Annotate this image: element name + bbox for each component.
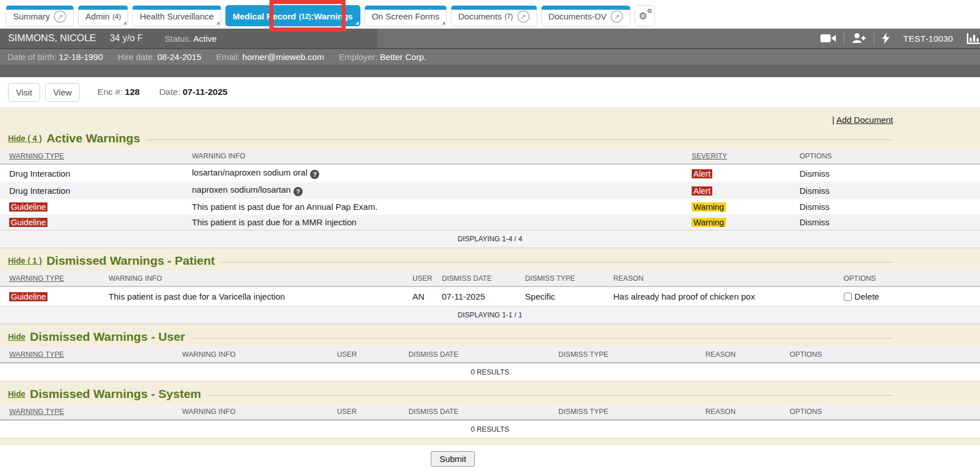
tab-suffix: :Warnings	[311, 11, 353, 21]
employer-field: Employer: Better Corp.	[339, 52, 426, 62]
table-pagination: DISPLAYING 1-1 / 1	[0, 306, 980, 324]
column-warning-type[interactable]: WARNING TYPE	[9, 350, 64, 359]
severity-badge: Warning	[692, 218, 725, 227]
encounter-bar: Visit View Enc #:128 Date:07-11-2025	[0, 77, 980, 107]
dismiss-link[interactable]: Dismiss	[800, 217, 830, 227]
section-title: Active Warnings	[46, 132, 140, 145]
email-value: horner@mieweb.com	[243, 52, 324, 62]
help-icon[interactable]: ?	[293, 187, 303, 196]
dob-label: Date of birth:	[7, 52, 57, 62]
severity-badge: Alert	[692, 186, 712, 196]
table-pagination: DISPLAYING 1-4 / 4	[0, 230, 980, 248]
tab-label: Documents-DV	[549, 11, 607, 21]
submit-button[interactable]: Submit	[431, 451, 475, 467]
external-link-icon[interactable]: ↗	[54, 10, 66, 23]
tab-on-screen-forms[interactable]: On Screen Forms	[364, 5, 447, 26]
patient-header: SIMMONS, NICOLE 34 y/o F Status: Active …	[0, 29, 980, 77]
column-warning-type[interactable]: WARNING TYPE	[9, 408, 64, 416]
dismiss-link[interactable]: Dismiss	[800, 202, 830, 212]
chevron-corner-icon	[123, 21, 126, 25]
tab-label: Admin	[85, 11, 110, 21]
tab-documents-dv[interactable]: Documents-DV ↗	[541, 5, 631, 26]
hire-date-label: Hire date:	[118, 52, 155, 62]
dismiss-link[interactable]: Dismiss	[800, 169, 830, 178]
delete-label: Delete	[855, 292, 879, 301]
add-document-link[interactable]: Add Document	[836, 115, 893, 125]
hire-date-field: Hire date: 08-24-2015	[118, 52, 201, 62]
column-severity[interactable]: SEVERITY	[692, 152, 727, 160]
lightning-bolt-icon[interactable]	[882, 33, 890, 44]
column-options: OPTIONS	[789, 350, 822, 359]
tab-admin[interactable]: Admin (4)	[78, 5, 128, 26]
date-value: 07-11-2025	[182, 87, 227, 97]
tab-summary[interactable]: Summary ↗	[6, 5, 74, 26]
warning-info-cell: naproxen sodium/losartan	[192, 185, 291, 194]
column-dismiss-type: DISMISS TYPE	[558, 350, 608, 359]
active-warnings-table: WARNING TYPE WARNING INFO SEVERITY OPTIO…	[0, 149, 980, 248]
bar-chart-icon[interactable]	[967, 33, 980, 44]
chevron-corner-icon	[216, 21, 220, 25]
warning-type-cell: Drug Interaction	[0, 166, 186, 181]
tab-count: (7)	[505, 13, 513, 21]
column-reason: REASON	[705, 350, 736, 359]
column-options: OPTIONS	[844, 274, 876, 282]
hide-patient-link[interactable]: Hide ( 1 )	[8, 256, 42, 265]
delete-checkbox[interactable]	[844, 293, 852, 301]
patient-age-sex: 34 y/o F	[110, 33, 143, 43]
patient-demographics-row: Date of birth: 12-18-1990 Hire date: 08-…	[0, 48, 980, 65]
tab-medical-record-warnings[interactable]: Medical Record (12) :Warnings	[225, 5, 360, 26]
divider	[874, 33, 874, 44]
external-link-icon[interactable]: ↗	[517, 10, 530, 23]
settings-button[interactable]: ⚙ ⚙	[634, 5, 655, 26]
enc-value: 128	[125, 87, 140, 97]
column-warning-type[interactable]: WARNING TYPE	[9, 274, 64, 282]
email-label: Email:	[216, 52, 240, 62]
help-icon[interactable]: ?	[310, 170, 319, 179]
column-warning-type[interactable]: WARNING TYPE	[9, 152, 64, 160]
table-empty-state: 0 RESULTS	[0, 420, 980, 439]
divider	[221, 262, 893, 262]
employer-value: Better Corp.	[380, 52, 426, 62]
dob-field: Date of birth: 12-18-1990	[7, 52, 103, 62]
tab-label: On Screen Forms	[372, 11, 439, 21]
tab-health-surveillance[interactable]: Health Surveillance	[132, 5, 221, 26]
video-camera-icon[interactable]	[820, 34, 836, 43]
tab-label: Health Surveillance	[140, 11, 213, 21]
section-title: Dismissed Warnings - User	[30, 330, 185, 344]
dismiss-type-cell: Specific	[519, 289, 608, 304]
warning-type-cell: Drug Interaction	[0, 183, 186, 198]
tab-bar: Summary ↗ Admin (4) Health Surveillance …	[0, 0, 980, 29]
chevron-corner-icon	[442, 21, 445, 25]
tab-documents[interactable]: Documents (7) ↗	[451, 5, 537, 26]
tab-count: (12)	[299, 13, 311, 21]
hide-system-link[interactable]: Hide	[8, 389, 25, 399]
patient-name-block: SIMMONS, NICOLE 34 y/o F Status: Active	[0, 29, 378, 48]
table-header: WARNING TYPE WARNING INFO USER DISMISS D…	[0, 347, 980, 363]
person-add-icon[interactable]	[852, 33, 866, 43]
warning-type-badge: Guideline	[9, 218, 47, 227]
add-document-row: | Add Document	[0, 111, 980, 126]
table-row: Drug Interaction naproxen sodium/losarta…	[0, 182, 980, 199]
column-user: USER	[337, 350, 357, 359]
encounter-date: Date:07-11-2025	[159, 87, 228, 97]
table-header: WARNING TYPE WARNING INFO SEVERITY OPTIO…	[0, 149, 980, 165]
external-link-icon[interactable]: ↗	[610, 10, 623, 23]
databank-update-note: Last First Databank Update: (07-05-2025)…	[0, 467, 980, 474]
visit-button[interactable]: Visit	[8, 83, 40, 102]
column-dismiss-date: DISMISS DATE	[442, 274, 491, 282]
view-button[interactable]: View	[45, 83, 80, 102]
gear-icon: ⚙	[638, 10, 647, 22]
date-label: Date:	[159, 87, 180, 97]
section-title: Dismissed Warnings - Patient	[46, 254, 215, 268]
patient-status: Status: Active	[165, 34, 217, 43]
column-dismiss-date: DISMISS DATE	[408, 350, 458, 359]
patient-name: SIMMONS, NICOLE	[8, 33, 96, 44]
hide-active-link[interactable]: Hide ( 4 )	[8, 134, 42, 143]
hide-user-link[interactable]: Hide	[8, 332, 25, 341]
patient-header-spacer	[0, 65, 980, 77]
dismissed-user-table: WARNING TYPE WARNING INFO USER DISMISS D…	[0, 347, 980, 381]
section-title: Dismissed Warnings - System	[30, 387, 201, 401]
gear-icon: ⚙	[646, 7, 652, 15]
status-label: Status:	[165, 34, 192, 43]
dismiss-link[interactable]: Dismiss	[800, 186, 830, 196]
